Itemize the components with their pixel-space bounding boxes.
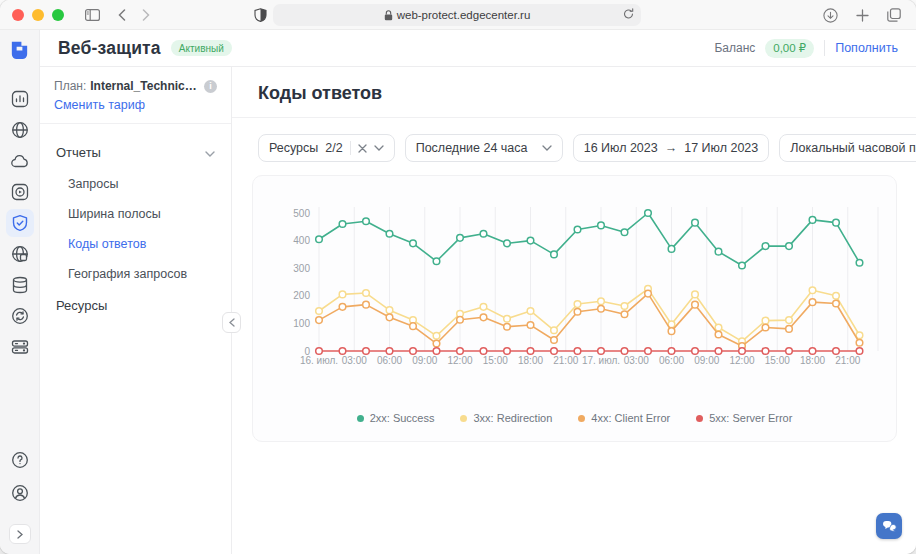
- zoom-window-button[interactable]: [52, 9, 64, 21]
- legend-dot-4xx: [578, 415, 585, 422]
- app-header: Веб-защита Активный Баланс 0,00 ₽ Пополн…: [40, 30, 916, 67]
- svg-text:03:00: 03:00: [342, 355, 367, 366]
- legend-item-4xx[interactable]: 4xx: Client Error: [578, 412, 670, 424]
- status-badge: Активный: [171, 40, 232, 56]
- period-filter[interactable]: Последние 24 часа: [405, 134, 563, 162]
- plan-info-icon[interactable]: i: [204, 80, 217, 93]
- svg-text:16. июл.: 16. июл.: [300, 355, 338, 366]
- analytics-icon[interactable]: [6, 85, 34, 113]
- nav-item-requests[interactable]: Запросы: [40, 169, 231, 199]
- account-icon[interactable]: [6, 479, 34, 507]
- chip-divider: [350, 141, 351, 155]
- svg-text:0: 0: [304, 346, 310, 357]
- svg-text:17. июл.: 17. июл.: [582, 355, 620, 366]
- resources-filter[interactable]: Ресурсы 2/2: [258, 134, 395, 162]
- chevron-down-icon: [205, 145, 215, 160]
- nav-item-geography[interactable]: География запросов: [40, 259, 231, 289]
- svg-text:09:00: 09:00: [412, 355, 437, 366]
- balance-value-badge: 0,00 ₽: [765, 39, 814, 58]
- svg-text:300: 300: [293, 263, 310, 274]
- svg-text:21:00: 21:00: [835, 355, 860, 366]
- legend-item-3xx[interactable]: 3xx: Redirection: [460, 412, 552, 424]
- lock-icon: [384, 10, 393, 21]
- browser-window: web-protect.edgecenter.ru: [0, 0, 916, 554]
- legend-dot-3xx: [460, 415, 467, 422]
- plan-name: Internal_Technical_Acco...: [90, 79, 200, 93]
- chart-legend: 2xx: Success 3xx: Redirection 4xx: Clien…: [253, 412, 896, 424]
- nav-panel: План: Internal_Technical_Acco... i Смени…: [40, 67, 232, 554]
- plan-block: План: Internal_Technical_Acco... i Смени…: [40, 67, 231, 124]
- forward-icon[interactable]: [134, 4, 158, 26]
- svg-text:400: 400: [293, 235, 310, 246]
- svg-text:15:00: 15:00: [765, 355, 790, 366]
- new-tab-icon[interactable]: [850, 4, 874, 26]
- response-codes-chart: 16. июл.03:0006:0009:0012:0015:0018:0021…: [253, 176, 896, 386]
- period-filter-value: Последние 24 часа: [416, 141, 528, 155]
- svg-text:06:00: 06:00: [659, 355, 684, 366]
- rail-expand-button[interactable]: [9, 524, 31, 544]
- header-divider: [824, 40, 825, 56]
- legend-dot-5xx: [696, 415, 703, 422]
- app-title: Веб-защита: [58, 38, 161, 59]
- nav-collapse-handle[interactable]: [222, 312, 241, 333]
- svg-text:18:00: 18:00: [518, 355, 543, 366]
- nav-item-bandwidth[interactable]: Ширина полосы: [40, 199, 231, 229]
- legend-item-5xx[interactable]: 5xx: Server Error: [696, 412, 792, 424]
- tab-overview-icon[interactable]: [882, 4, 906, 26]
- storage-icon[interactable]: [6, 271, 34, 299]
- svg-text:200: 200: [293, 290, 310, 301]
- back-icon[interactable]: [110, 4, 134, 26]
- date-range-filter[interactable]: 16 Июл 2023 → 17 Июл 2023: [573, 134, 770, 162]
- svg-text:18:00: 18:00: [800, 355, 825, 366]
- streaming-icon[interactable]: [6, 178, 34, 206]
- date-from: 16 Июл 2023: [584, 141, 658, 155]
- change-plan-link[interactable]: Сменить тариф: [54, 98, 145, 112]
- filters-bar: Ресурсы 2/2 Последние 24 часа: [232, 118, 916, 162]
- reload-icon[interactable]: [623, 8, 634, 22]
- legend-dot-2xx: [357, 415, 364, 422]
- timezone-filter-value: Локальный часовой пояс: [790, 141, 916, 155]
- svg-text:500: 500: [293, 208, 310, 219]
- sync-icon[interactable]: [6, 302, 34, 330]
- hosting-icon[interactable]: [6, 333, 34, 361]
- sidebar-toggle-icon[interactable]: [80, 4, 104, 26]
- cloud-icon[interactable]: [6, 147, 34, 175]
- help-icon[interactable]: [6, 446, 34, 474]
- svg-text:03:00: 03:00: [624, 355, 649, 366]
- edgecenter-logo[interactable]: [8, 38, 31, 65]
- nav-resources-label: Ресурсы: [56, 298, 107, 313]
- chevron-down-icon[interactable]: [542, 145, 552, 151]
- main-content: Коды ответов Ресурсы 2/2: [232, 67, 916, 554]
- cdn-globe-icon[interactable]: [6, 116, 34, 144]
- chat-support-button[interactable]: [876, 513, 902, 539]
- legend-item-2xx[interactable]: 2xx: Success: [357, 412, 435, 424]
- svg-text:09:00: 09:00: [694, 355, 719, 366]
- topup-link[interactable]: Пополнить: [835, 41, 898, 55]
- url-text: web-protect.edgecenter.ru: [397, 9, 531, 21]
- traffic-lights: [12, 9, 64, 21]
- close-window-button[interactable]: [12, 9, 24, 21]
- resources-filter-label: Ресурсы: [269, 141, 318, 155]
- svg-text:21:00: 21:00: [553, 355, 578, 366]
- browser-toolbar: web-protect.edgecenter.ru: [0, 0, 916, 30]
- clear-icon[interactable]: [358, 144, 367, 153]
- chevron-down-icon[interactable]: [374, 145, 384, 151]
- nav-section-resources[interactable]: Ресурсы: [40, 289, 231, 322]
- minimize-window-button[interactable]: [32, 9, 44, 21]
- nav-reports-label: Отчеты: [56, 145, 101, 160]
- nav-section-reports[interactable]: Отчеты: [40, 136, 231, 169]
- downloads-icon[interactable]: [818, 4, 842, 26]
- privacy-shield-icon[interactable]: [248, 4, 272, 26]
- svg-text:100: 100: [293, 318, 310, 329]
- web-protection-icon[interactable]: [6, 209, 34, 237]
- dns-globe-icon[interactable]: [6, 240, 34, 268]
- page-title: Коды ответов: [232, 67, 916, 118]
- svg-text:06:00: 06:00: [377, 355, 402, 366]
- date-to: 17 Июл 2023: [684, 141, 758, 155]
- address-bar[interactable]: web-protect.edgecenter.ru: [273, 4, 641, 26]
- chat-bubbles-icon: [882, 520, 897, 533]
- svg-text:12:00: 12:00: [447, 355, 472, 366]
- nav-item-response-codes[interactable]: Коды ответов: [40, 229, 231, 259]
- timezone-filter[interactable]: Локальный часовой пояс: [779, 134, 916, 162]
- svg-text:15:00: 15:00: [483, 355, 508, 366]
